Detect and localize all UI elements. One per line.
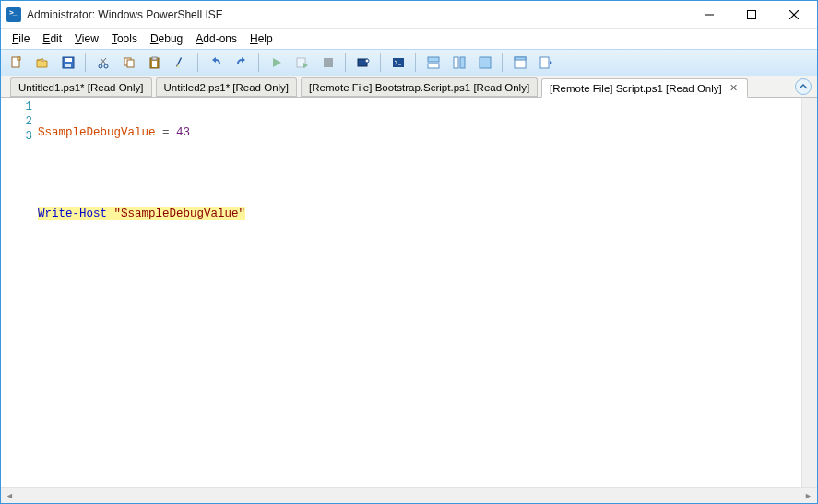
redo-button[interactable] [230, 52, 254, 74]
code-line: Write-Host "$sampleDebugValue" [38, 206, 801, 221]
menu-tools[interactable]: Tools [106, 30, 143, 47]
app-icon [6, 7, 21, 22]
svg-rect-14 [127, 60, 134, 67]
svg-rect-24 [428, 64, 439, 68]
svg-point-9 [99, 64, 102, 68]
svg-rect-16 [152, 57, 157, 60]
svg-point-10 [104, 64, 108, 68]
svg-rect-17 [152, 61, 157, 67]
code-line [38, 166, 801, 181]
show-script-right-button[interactable] [447, 52, 471, 74]
toolbar-separator [82, 52, 89, 74]
scroll-right-button[interactable]: ► [801, 490, 815, 502]
line-number: 1 [1, 100, 32, 114]
toolbar-separator [342, 52, 350, 74]
horizontal-scrollbar[interactable]: ◄ ► [1, 487, 817, 503]
svg-line-2 [789, 10, 799, 19]
svg-rect-29 [515, 57, 526, 60]
svg-rect-26 [460, 57, 465, 68]
svg-rect-5 [18, 57, 20, 60]
minimize-button[interactable] [688, 1, 730, 29]
copy-button[interactable] [117, 52, 141, 74]
start-powershell-button[interactable] [386, 52, 410, 74]
line-number-gutter: 1 2 3 [1, 98, 38, 487]
clear-button[interactable] [169, 52, 193, 74]
new-file-button[interactable] [5, 52, 29, 74]
show-script-top-button[interactable] [421, 52, 445, 74]
svg-point-21 [365, 59, 369, 63]
maximize-button[interactable] [730, 1, 773, 29]
tab-label: Untitled2.ps1* [Read Only] [164, 82, 290, 93]
tab-label: Untitled1.ps1* [Read Only] [18, 82, 144, 93]
undo-button[interactable] [204, 52, 228, 74]
run-button[interactable] [265, 52, 289, 74]
toolbar-separator [255, 52, 263, 74]
save-button[interactable] [56, 52, 80, 74]
svg-rect-22 [393, 58, 404, 67]
toolbar-separator [412, 52, 420, 74]
tab-bootstrap[interactable]: [Remote File] Bootstrap.Script.ps1 [Read… [301, 77, 538, 97]
title-bar: Administrator: Windows PowerShell ISE [1, 1, 817, 29]
menu-addons[interactable]: Add-ons [190, 30, 243, 47]
close-button[interactable] [773, 1, 815, 29]
svg-rect-30 [540, 57, 549, 68]
tab-close-icon[interactable]: ✕ [728, 82, 740, 94]
menu-view[interactable]: View [69, 30, 104, 47]
svg-rect-7 [65, 58, 72, 62]
line-number: 2 [1, 114, 32, 129]
toolbar-separator [499, 52, 506, 74]
svg-rect-27 [480, 57, 491, 68]
window-title: Administrator: Windows PowerShell ISE [27, 8, 688, 21]
svg-rect-25 [454, 57, 458, 68]
svg-rect-19 [324, 58, 333, 67]
toolbar-separator [195, 52, 202, 74]
tab-untitled1[interactable]: Untitled1.ps1* [Read Only] [10, 77, 152, 97]
menu-help[interactable]: Help [244, 30, 279, 47]
code-editor[interactable]: 1 2 3 $sampleDebugValue = 43 Write-Host … [1, 98, 817, 487]
menu-edit[interactable]: Edit [37, 30, 67, 47]
show-command-button[interactable] [508, 52, 532, 74]
code-area[interactable]: $sampleDebugValue = 43 Write-Host "$samp… [38, 98, 801, 487]
svg-rect-8 [65, 64, 71, 67]
svg-line-3 [789, 10, 799, 19]
show-script-max-button[interactable] [473, 52, 497, 74]
svg-rect-1 [748, 10, 756, 18]
tab-label: [Remote File] Bootstrap.Script.ps1 [Read… [309, 82, 529, 93]
toolbar-separator [377, 52, 385, 74]
scroll-left-button[interactable]: ◄ [3, 490, 17, 502]
tab-script[interactable]: [Remote File] Script.ps1 [Read Only] ✕ [541, 78, 748, 98]
tab-untitled2[interactable]: Untitled2.ps1* [Read Only] [156, 77, 298, 97]
chevron-up-icon [799, 82, 808, 91]
menu-bar: File Edit View Tools Debug Add-ons Help [1, 29, 817, 49]
cut-button[interactable] [91, 52, 115, 74]
show-command-addon-button[interactable] [534, 52, 558, 74]
menu-debug[interactable]: Debug [145, 30, 188, 47]
code-line: $sampleDebugValue = 43 [38, 125, 801, 140]
open-file-button[interactable] [30, 52, 54, 74]
tab-label: [Remote File] Script.ps1 [Read Only] [550, 83, 722, 94]
menu-file[interactable]: File [6, 30, 35, 47]
line-number: 3 [1, 129, 32, 144]
run-selection-button[interactable] [290, 52, 314, 74]
collapse-script-pane-button[interactable] [795, 78, 812, 95]
new-remote-tab-button[interactable] [351, 52, 375, 74]
tab-bar: Untitled1.ps1* [Read Only] Untitled2.ps1… [1, 76, 817, 98]
svg-rect-23 [428, 57, 439, 62]
stop-button[interactable] [316, 52, 340, 74]
toolbar [1, 49, 817, 76]
paste-button[interactable] [143, 52, 167, 74]
vertical-scrollbar[interactable] [801, 98, 817, 487]
